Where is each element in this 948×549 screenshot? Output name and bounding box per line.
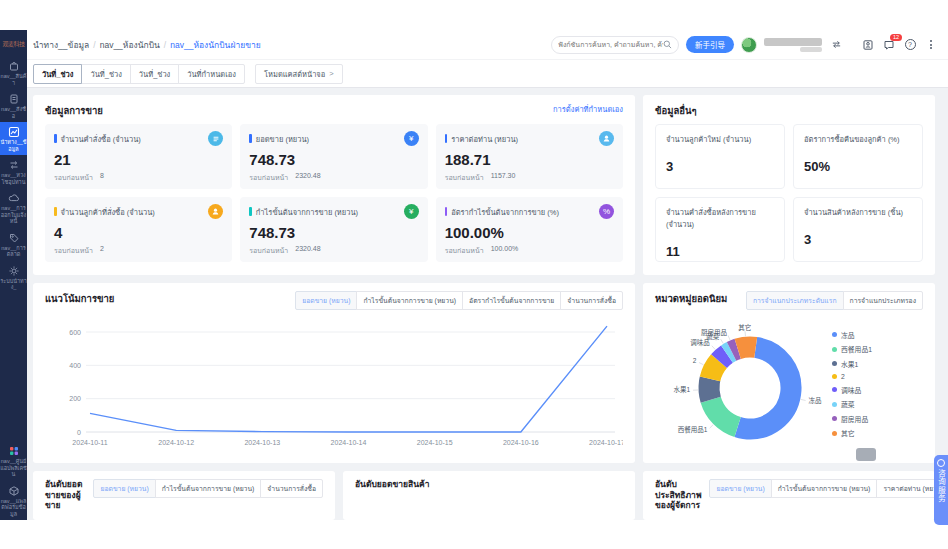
sales-data-card: ข้อมูลการขาย การตั้งค่าที่กำหนดเอง จำนวน…: [33, 95, 635, 275]
trend-metric-gross-margin[interactable]: อัตรากำไรขั้นต้นจากการขาย: [462, 291, 561, 310]
seller-metric-sales[interactable]: ยอดขาย (หยวน): [93, 479, 155, 498]
sidebar: 观麦科技 nav__สินค้า nav__สั่งซื้อ นำทาง__ข้…: [0, 30, 27, 520]
stat-gross-margin: อัตรากำไรขั้นต้นจากการขาย (%) % 100.00% …: [436, 197, 623, 262]
legend-item[interactable]: 其它: [832, 428, 872, 438]
seller-ranking-title: อันดับยอดขายของผู้ขาย: [45, 479, 83, 511]
sales-trend-title: แนวโน้มการขาย: [45, 291, 114, 306]
stat-ordering-customers: จำนวนลูกค้าที่สั่งซื้อ (จำนวน) 4 รอบก่อน…: [45, 197, 232, 262]
search-input[interactable]: [558, 41, 663, 48]
yen-icon: ¥: [404, 204, 419, 219]
more-menu-icon[interactable]: [924, 38, 938, 52]
legend-item[interactable]: 冻品: [832, 330, 872, 340]
stat-repurchase-rate: อัตราการซื้อคืนของลูกค้า (%) 50%: [793, 124, 923, 189]
avatar[interactable]: [741, 37, 757, 53]
floating-badge[interactable]: [856, 448, 876, 461]
product-ranking-card: อันดับยอดขายสินค้า: [343, 471, 635, 520]
breadcrumb-part1[interactable]: นำทาง__ข้อมูล: [33, 38, 89, 52]
product-ranking-title: อันดับยอดขายสินค้า: [355, 479, 429, 490]
switch-account-icon[interactable]: [829, 38, 843, 52]
yen-icon: ¥: [404, 131, 419, 146]
manager-metric-price-per-customer[interactable]: ราคาต่อท่าน (หยวน): [876, 479, 935, 498]
category-level-1-button[interactable]: การจำแนกประเภทระดับแรก: [746, 291, 844, 310]
svg-text:2: 2: [693, 357, 697, 364]
trend-metric-order-count[interactable]: จำนวนการสั่งซื้อ: [560, 291, 623, 310]
svg-text:2024-10-13: 2024-10-13: [244, 439, 280, 446]
custom-settings-link[interactable]: การตั้งค่าที่กำหนดเอง: [553, 103, 623, 115]
sidebar-item-supply-chain[interactable]: nav__ห่วงโซ่อุปทาน: [0, 155, 27, 188]
manager-metric-gross-profit[interactable]: กำไรขั้นต้นจากการขาย (หยวน): [771, 479, 878, 498]
consult-service-tab[interactable]: 咨询服务: [934, 455, 948, 525]
sales-trend-card: แนวโน้มการขาย ยอดขาย (หยวน) กำไรขั้นต้นจ…: [33, 283, 635, 463]
page: 观麦科技 nav__สินค้า nav__สั่งซื้อ นำทาง__ข้…: [0, 0, 948, 549]
breadcrumb: นำทาง__ข้อมูล / nav__ห้องนักบิน / nav__ห…: [33, 38, 261, 52]
person-icon: [599, 131, 614, 146]
svg-text:调味品: 调味品: [690, 338, 710, 347]
stat-gross-profit: กำไรขั้นต้นจากการขาย (หยวน) ¥ 748.73 รอบ…: [240, 197, 427, 262]
other-data-grid: จำนวนลูกค้าใหม่ (จำนวน) 3 อัตราการซื้อคื…: [655, 124, 923, 262]
svg-text:厨房用品: 厨房用品: [701, 328, 727, 337]
search-icon: [663, 40, 672, 49]
sidebar-item-invoicing[interactable]: nav__การออกใบแจ้งหนี้: [0, 188, 27, 228]
grid-icon: [8, 445, 20, 457]
sidebar-item-orders[interactable]: nav__สั่งซื้อ: [0, 89, 27, 122]
legend-item[interactable]: 厨房用品: [832, 414, 872, 424]
category-level-2-button[interactable]: การจำแนกประเภทรอง: [843, 291, 923, 310]
tab-date-range-1[interactable]: วันที่_ช่วง: [33, 64, 82, 84]
manager-metric-sales[interactable]: ยอดขาย (หยวน): [709, 479, 771, 498]
date-filter-bar: วันที่_ช่วง วันที่_ช่วง วันที่_ช่วง วันท…: [27, 60, 948, 88]
search-box[interactable]: [551, 36, 679, 54]
contacts-icon[interactable]: [861, 38, 875, 52]
trend-metric-sales[interactable]: ยอดขาย (หยวน): [295, 291, 357, 310]
gear-icon: [8, 265, 20, 277]
date-tab-group: วันที่_ช่วง วันที่_ช่วง วันที่_ช่วง วันท…: [33, 64, 245, 84]
sales-data-title: ข้อมูลการขาย: [45, 103, 103, 118]
tab-date-range-2[interactable]: วันที่_ช่วง: [81, 64, 130, 84]
sidebar-item-app-center[interactable]: nav__ศูนย์แอปพลิเคชัน: [0, 441, 27, 481]
chart-icon: [8, 126, 20, 138]
bag-icon: [8, 60, 20, 72]
app-logo: 观麦科技: [0, 30, 27, 56]
document-icon: [8, 93, 20, 105]
sidebar-item-data-cockpit[interactable]: นำทาง__ข้อมูล: [0, 122, 27, 155]
bottom-left-row: อันดับยอดขายของผู้ขาย ยอดขาย (หยวน) กำไร…: [33, 471, 635, 520]
screen-cast-mode-button[interactable]: โหมดแคสต์หน้าจอ >: [255, 64, 343, 84]
help-icon[interactable]: ?: [903, 38, 917, 52]
tab-date-range-3[interactable]: วันที่_ช่วง: [130, 64, 179, 84]
sidebar-item-products[interactable]: nav__สินค้า: [0, 56, 27, 89]
donut-area: 冻品西餐用品1水果12调味品蔬菜厨房用品其它 冻品 西餐用品1 水果1 2 调味…: [655, 310, 923, 458]
stat-order-count: จำนวนคำสั่งซื้อ (จำนวน) 21 รอบก่อนหน้า8: [45, 124, 232, 189]
messages-icon[interactable]: 12: [882, 38, 896, 52]
tab-date-custom[interactable]: วันที่กำหนดเอง: [178, 64, 245, 84]
legend-item[interactable]: 调味品: [832, 385, 872, 395]
stat-aftersale-items: จำนวนสินค้าหลังการขาย (ชิ้น) 3: [793, 197, 923, 262]
person-icon: [208, 204, 223, 219]
category-donut-chart: 冻品西餐用品1水果12调味品蔬菜厨房用品其它: [655, 310, 830, 458]
sidebar-spacer: [0, 294, 27, 442]
svg-text:200: 200: [69, 395, 81, 402]
legend-item[interactable]: 西餐用品1: [832, 344, 872, 354]
svg-text:2024-10-15: 2024-10-15: [417, 439, 453, 446]
svg-text:水果1: 水果1: [673, 385, 690, 394]
legend-item[interactable]: 蔬菜: [832, 399, 872, 409]
sidebar-item-system[interactable]: ระบบนำทาง_: [0, 261, 27, 294]
trend-metric-gross-profit[interactable]: กำไรขั้นต้นจากการขาย (หยวน): [356, 291, 463, 310]
svg-text:0: 0: [77, 429, 81, 436]
popular-categories-card: หมวดหมู่ยอดนิยม การจำแนกประเภทระดับแรก ก…: [643, 283, 935, 463]
other-data-title: ข้อมูลอื่นๆ: [655, 103, 697, 118]
sidebar-item-data-platform[interactable]: nav__แพลตฟอร์มข้อมูล: [0, 481, 27, 521]
beginner-guide-button[interactable]: 新手引导: [686, 36, 734, 53]
popular-categories-title: หมวดหมู่ยอดนิยม: [655, 291, 727, 306]
legend-item[interactable]: 2: [832, 373, 872, 380]
legend-item[interactable]: 水果1: [832, 359, 872, 369]
svg-text:冻品: 冻品: [809, 396, 822, 405]
topbar: นำทาง__ข้อมูล / nav__ห้องนักบิน / nav__ห…: [27, 30, 948, 60]
sidebar-item-marketing[interactable]: nav__การตลาด: [0, 228, 27, 261]
seller-metric-order-count[interactable]: จำนวนการสั่งซื้อ: [260, 479, 323, 498]
seller-metric-gross-profit[interactable]: กำไรขั้นต้นจากการขาย (หยวน): [155, 479, 262, 498]
percent-icon: %: [599, 204, 614, 219]
stat-new-customers: จำนวนลูกค้าใหม่ (จำนวน) 3: [655, 124, 785, 189]
breadcrumb-part2[interactable]: nav__ห้องนักบิน: [100, 38, 160, 52]
manager-ranking-title: อันดับประสิทธิภาพของผู้จัดการ: [655, 479, 701, 511]
manager-ranking-card: อันดับประสิทธิภาพของผู้จัดการ ยอดขาย (หย…: [643, 471, 935, 520]
breadcrumb-separator: /: [93, 40, 95, 50]
